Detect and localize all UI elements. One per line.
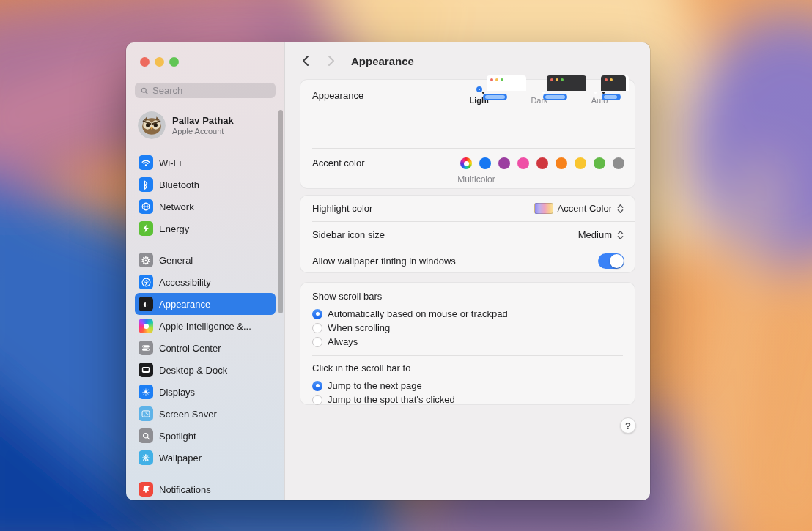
search-icon	[140, 86, 149, 95]
sidebar-item-network[interactable]: Network	[135, 196, 276, 218]
sidebar-item-energy[interactable]: Energy	[135, 218, 276, 239]
sidebar-item-label: General	[159, 255, 193, 266]
profile-subtitle: Apple Account	[172, 127, 234, 136]
sidebar-item-label: Spotlight	[159, 431, 196, 442]
sidebar-nav: Wi-Fi ᛒ Bluetooth Network Energy ⚙	[135, 152, 276, 500]
sidebar-item-accessibility[interactable]: Accessibility	[135, 271, 276, 293]
close-button[interactable]	[140, 57, 150, 67]
sidebar-item-label: Control Center	[159, 343, 221, 354]
bell-icon	[139, 482, 153, 497]
lightning-icon	[139, 221, 153, 236]
sidebar-item-general[interactable]: ⚙ General	[135, 249, 276, 271]
radio-scrollbars-when-scrolling[interactable]: When scrolling	[312, 321, 623, 335]
avatar	[138, 111, 166, 139]
radio-scrollbars-auto[interactable]: Automatically based on mouse or trackpad	[312, 307, 623, 321]
sidebar-item-desktop-dock[interactable]: Desktop & Dock	[135, 359, 276, 381]
radio-scrollbars-always[interactable]: Always	[312, 335, 623, 349]
radio-jump-next-page[interactable]: Jump to the next page	[312, 379, 623, 393]
wallpaper-tinting-toggle[interactable]	[598, 253, 624, 269]
flower-icon: ❋	[139, 450, 153, 465]
profile-item[interactable]: Pallav Pathak Apple Account	[138, 111, 234, 139]
sidebar-item-label: Energy	[159, 223, 189, 234]
sun-icon: ☀	[139, 385, 153, 399]
radio-icon[interactable]	[312, 337, 322, 347]
highlight-row-label: Highlight color	[312, 203, 372, 214]
sidebar-item-displays[interactable]: ☀ Displays	[135, 381, 276, 403]
row-divider	[312, 355, 623, 356]
radio-icon[interactable]	[312, 323, 322, 333]
sidebar-item-screen-saver[interactable]: Screen Saver	[135, 403, 276, 425]
zoom-button[interactable]	[169, 57, 179, 67]
appearance-theme-row: Appearance Light	[300, 80, 635, 148]
show-scrollbars-label: Show scroll bars	[312, 291, 623, 302]
appearance-icon: ◐	[139, 297, 153, 311]
sidebar-item-label: Notifications	[159, 484, 211, 495]
highlight-color-row: Highlight color Accent Color	[300, 196, 635, 221]
accent-swatch-purple[interactable]	[498, 157, 510, 169]
window-controls	[140, 57, 179, 67]
back-button[interactable]	[300, 55, 310, 67]
sidebar-item-label: Bluetooth	[159, 179, 199, 190]
gear-icon: ⚙	[139, 253, 153, 267]
help-button[interactable]: ?	[620, 417, 636, 434]
sidebar: Search Pallav Pathak	[126, 42, 284, 500]
accent-swatch-orange[interactable]	[556, 157, 567, 169]
accessibility-icon	[139, 275, 153, 289]
sidebar-icon-size-select[interactable]: Medium	[578, 229, 624, 241]
chevron-right-icon	[328, 55, 336, 67]
apple-intelligence-icon	[139, 319, 153, 333]
sidebar-scrollbar[interactable]	[278, 110, 283, 313]
profile-name: Pallav Pathak	[172, 115, 234, 127]
accent-swatch-multicolor[interactable]	[460, 157, 472, 169]
help-label: ?	[625, 420, 631, 431]
globe-icon	[139, 199, 153, 214]
highlight-value: Accent Color	[558, 203, 612, 214]
sidebar-item-label: Apple Intelligence &...	[159, 321, 251, 332]
sidebar-item-apple-intelligence[interactable]: Apple Intelligence &...	[135, 315, 276, 337]
highlight-gradient-swatch	[534, 203, 553, 214]
forward-button[interactable]	[326, 55, 336, 67]
theme-options: Light Dark	[451, 86, 627, 105]
sidebar-item-label: Screen Saver	[159, 409, 217, 420]
radio-selected-icon[interactable]	[312, 381, 322, 391]
search-input[interactable]: Search	[135, 83, 276, 98]
sidebar-item-control-center[interactable]: Control Center	[135, 337, 276, 359]
system-settings-window: Search Pallav Pathak	[126, 42, 650, 500]
accent-color-row: Accent color Multicolor	[300, 149, 635, 190]
sidebar-icon-size-row: Sidebar icon size Medium	[300, 222, 635, 248]
sidebar-item-label: Desktop & Dock	[159, 365, 227, 376]
sidebar-item-bluetooth[interactable]: ᛒ Bluetooth	[135, 174, 276, 196]
sidebar-item-label: Displays	[159, 387, 195, 398]
accent-swatch-pink[interactable]	[517, 157, 529, 169]
stepper-icon	[616, 229, 624, 241]
tinting-row-label: Allow wallpaper tinting in windows	[312, 256, 456, 267]
appearance-accent-card: Appearance Light	[300, 79, 635, 189]
accent-swatch-red[interactable]	[536, 157, 548, 169]
accent-swatch-graphite[interactable]	[613, 157, 624, 169]
radio-jump-to-spot[interactable]: Jump to the spot that's clicked	[312, 393, 623, 406]
wallpaper-tinting-row: Allow wallpaper tinting in windows	[300, 248, 635, 274]
search-placeholder: Search	[152, 85, 182, 96]
sidebar-item-wallpaper[interactable]: ❋ Wallpaper	[135, 447, 276, 469]
bluetooth-icon: ᛒ	[139, 177, 153, 192]
icon-size-value: Medium	[578, 229, 612, 240]
sidebar-item-wifi[interactable]: Wi-Fi	[135, 152, 276, 174]
scrollbar-click-label: Click in the scroll bar to	[312, 363, 623, 374]
accent-swatches	[460, 157, 624, 169]
sidebar-item-appearance[interactable]: ◐ Appearance	[135, 293, 276, 315]
accent-swatch-yellow[interactable]	[575, 157, 586, 169]
sidebar-item-label: Wallpaper	[159, 453, 202, 464]
sidebar-item-notifications[interactable]: Notifications	[135, 478, 276, 500]
accent-swatch-green[interactable]	[594, 157, 605, 169]
theme-option-light[interactable]: Light	[451, 86, 507, 105]
display-prefs-card: Highlight color Accent Color Sidebar ico…	[300, 195, 635, 273]
icon-size-row-label: Sidebar icon size	[312, 229, 385, 240]
accent-swatch-blue[interactable]	[479, 157, 491, 169]
sidebar-item-label: Wi-Fi	[159, 157, 181, 168]
minimize-button[interactable]	[155, 57, 164, 67]
magnifier-icon	[139, 428, 153, 443]
radio-icon[interactable]	[312, 395, 322, 405]
radio-selected-icon[interactable]	[312, 309, 322, 319]
highlight-color-select[interactable]: Accent Color	[534, 203, 624, 215]
sidebar-item-spotlight[interactable]: Spotlight	[135, 425, 276, 447]
